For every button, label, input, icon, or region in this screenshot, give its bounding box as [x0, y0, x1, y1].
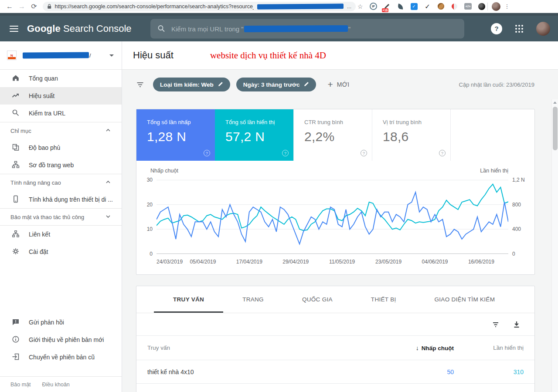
help-icon[interactable]: ? — [491, 23, 502, 34]
app-header: GoogleSearch Console Kiểm tra mọi URL tr… — [0, 13, 558, 41]
chart-line-clicks — [157, 192, 508, 244]
google-apps-icon[interactable] — [515, 25, 523, 33]
code-extension-icon[interactable]: </> — [464, 2, 473, 11]
url-inspect-input[interactable]: Kiểm tra mọi URL trong " " — [150, 19, 464, 38]
sidebar-item-s-trang-web[interactable]: Sơ đồ trang web — [0, 156, 122, 174]
performance-card: Tổng số lần nhấp 1,28 N ?Tổng số lần hiể… — [136, 109, 535, 275]
x-axis-label: 17/04/2019 — [236, 259, 262, 265]
sidebar-item-g-i-ph-n-h-i[interactable]: Gửi phản hồi — [0, 314, 122, 331]
sidebar-section-tính-năng-nâng-cao[interactable]: Tính năng nâng cao — [0, 174, 122, 191]
new-filter-button[interactable]: + MỚI — [327, 79, 349, 90]
terms-link[interactable]: Điều khoản — [42, 382, 70, 388]
metric-label: Vị trí trung bình — [383, 119, 450, 125]
metric-value: 18,6 — [383, 129, 450, 144]
url-text: https://search.google.com/search-console… — [54, 3, 253, 10]
filter-icon[interactable] — [136, 81, 144, 88]
metric-help-icon[interactable]: ? — [439, 150, 446, 156]
table-filter-icon[interactable] — [492, 321, 500, 328]
impressions-cell: 310 — [454, 368, 524, 375]
sidebar-item-t-nh-kh-d-ng-tr-n-thi-t-b-di[interactable]: Tính khả dụng trên thiết bị di ... — [0, 191, 122, 208]
browser-reload-icon[interactable]: ⟳ — [28, 1, 40, 12]
last-updated-text: Cập nhật lần cuối: 23/06/2019 — [459, 81, 534, 88]
url-redaction — [257, 3, 344, 9]
sidebar-section-chỉ-mục[interactable]: Chỉ mục — [0, 122, 122, 139]
page-title: Hiệu suất — [133, 50, 174, 61]
metric-value: 2,2% — [304, 129, 372, 144]
metric-card-v-tr-trung-b-nh[interactable]: Vị trí trung bình 18,6 ? — [372, 109, 450, 161]
todo-check-extension-icon[interactable]: ✓ — [410, 2, 418, 11]
sidebar-item-li-n-k-t[interactable]: Liên kết — [0, 226, 122, 243]
bookmark-star-icon[interactable]: ☆ — [357, 3, 363, 10]
browser-address-bar[interactable]: https://search.google.com/search-console… — [43, 2, 356, 11]
metric-label: Tổng số lần nhấp — [147, 119, 215, 125]
hamburger-menu-icon[interactable] — [10, 26, 18, 32]
chevron-up-icon — [105, 179, 111, 186]
metric-help-icon[interactable]: ? — [361, 150, 367, 156]
right-axis-tick: 400 — [512, 226, 521, 232]
home-icon — [12, 74, 20, 83]
cookie-extension-icon[interactable] — [437, 2, 446, 11]
metric-value: 1,28 N — [147, 129, 215, 144]
links-icon — [12, 230, 20, 239]
content-scrollbar[interactable] — [551, 99, 558, 392]
scrollbar-thumb[interactable] — [553, 107, 558, 150]
browser-profile-avatar[interactable] — [492, 2, 500, 11]
metric-card-ctr-trung-b-nh[interactable]: CTR trung bình 2,2% ? — [293, 109, 372, 161]
account-avatar[interactable] — [536, 22, 550, 36]
filter-chip-0[interactable]: Loại tìm kiếm: Web — [153, 78, 230, 91]
left-axis-tick: 0 — [150, 251, 153, 257]
left-axis-tick: 10 — [147, 226, 153, 232]
browser-back-icon[interactable]: ← — [3, 1, 16, 12]
tab-truy-v-n[interactable]: TRUY VẤN — [154, 286, 223, 313]
sidebar-item-gi-i-thi-u-v-phi-n-b-n-m-i[interactable]: Giới thiệu về phiên bản mới — [0, 331, 122, 348]
table-row[interactable]: thiết kế nhà 4x10 50 310 — [136, 360, 534, 383]
sidebar-section-bảo-mật-và-thao-tác-thủ-công[interactable]: Bảo mật và thao tác thủ công — [0, 209, 122, 225]
table-toolbar — [136, 313, 534, 336]
sidebar-item-t-ng-quan[interactable]: Tổng quan — [0, 70, 122, 87]
filter-chips: Loại tìm kiếm: WebNgày: 3 tháng trước — [153, 78, 316, 91]
gsc-logo[interactable]: GoogleSearch Console — [27, 23, 132, 34]
title-bar: Hiệu suất website dịch vụ thiết kế nhà 4… — [122, 41, 558, 70]
sidebar-item-hi-u-su-t[interactable]: Hiệu suất — [0, 87, 122, 105]
property-favicon: N — [7, 51, 17, 60]
search-placeholder-redaction — [244, 25, 348, 32]
browser-forward-icon[interactable]: → — [16, 1, 28, 12]
metric-card-t-ng-s-l-n-nh-p[interactable]: Tổng số lần nhấp 1,28 N ? — [136, 109, 215, 161]
metric-help-icon[interactable]: ? — [282, 150, 289, 156]
property-selector[interactable]: N / — [0, 41, 122, 70]
sidebar-item-c-i-t[interactable]: Cài đặt — [0, 243, 122, 260]
metric-card-t-ng-s-l-n-hi-n-th-[interactable]: Tổng số lần hiển thị 57,2 N ? — [215, 109, 293, 161]
sidebar-item--bao-ph-[interactable]: Độ bao phủ — [0, 139, 122, 156]
table-row[interactable]: nhà 4x10 34 300 — [136, 383, 534, 392]
sidebar-item-ki-m-tra-url[interactable]: Kiểm tra URL — [0, 105, 122, 122]
edit-pencil-icon — [218, 81, 224, 88]
metric-filler — [450, 109, 534, 161]
tab-thi-t-b-[interactable]: THIẾT BỊ — [352, 286, 415, 313]
sidebar-item-chuy-n-v-phi-n-b-n-c-[interactable]: Chuyển về phiên bản cũ — [0, 348, 122, 366]
sidebar-item-label: Giới thiệu về phiên bản mới — [29, 336, 104, 343]
sidebar-item-label: Cài đặt — [29, 248, 48, 255]
column-clicks-sorted[interactable]: ↓Nhấp chuột — [375, 345, 454, 351]
ip-extension-icon[interactable]: IP — [369, 2, 378, 11]
browser-menu-icon[interactable]: ⋮ — [504, 3, 510, 10]
column-query[interactable]: Truy vấn — [147, 345, 375, 351]
download-icon[interactable] — [513, 321, 521, 328]
filter-chip-1[interactable]: Ngày: 3 tháng trước — [236, 78, 316, 91]
table-body: thiết kế nhà 4x10 50 310nhà 4x10 34 300 — [136, 360, 534, 392]
feather-extension-icon[interactable] — [396, 2, 405, 11]
column-impressions[interactable]: Lần hiển thị — [454, 345, 524, 351]
privacy-link[interactable]: Bảo mật — [10, 382, 31, 388]
url-truncation: ... — [347, 3, 351, 10]
dark-circle-extension-icon[interactable] — [477, 2, 486, 11]
metric-help-icon[interactable]: ? — [204, 150, 210, 156]
tab-giao-di-n-t-m-ki-m[interactable]: GIAO DIỆN TÌM KIẾM — [415, 286, 514, 313]
scrollbar-up-button[interactable] — [552, 99, 558, 106]
checkmark-extension-icon[interactable]: ✓ — [423, 2, 432, 11]
rocket-extension-icon[interactable] — [450, 2, 459, 11]
tab-trang[interactable]: TRANG — [223, 286, 283, 313]
tab-qu-c-gia[interactable]: QUỐC GIA — [283, 286, 352, 313]
red-annotation-text: website dịch vụ thiết kế nhà 4D — [210, 50, 326, 61]
price-tracker-extension-icon[interactable]: +1$ — [383, 2, 391, 11]
performance-icon — [12, 91, 20, 101]
right-axis-tick: 0 — [512, 251, 515, 257]
